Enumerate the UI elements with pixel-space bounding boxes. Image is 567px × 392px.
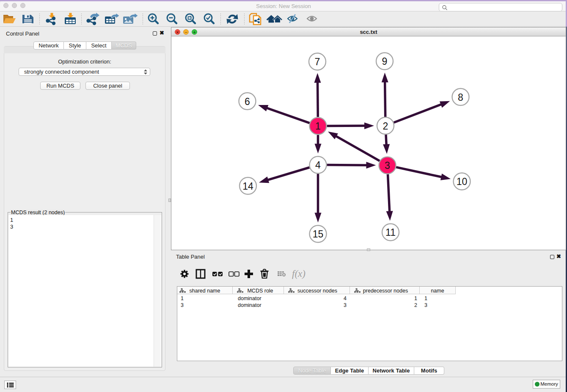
- svg-text:1: 1: [181, 295, 184, 301]
- svg-text:4: 4: [315, 160, 321, 171]
- svg-text:3: 3: [385, 160, 390, 171]
- svg-text:14: 14: [242, 181, 253, 192]
- svg-text:3: 3: [344, 302, 347, 308]
- svg-text:11: 11: [385, 227, 396, 238]
- svg-text:dominator: dominator: [238, 295, 261, 301]
- svg-text:3: 3: [181, 302, 184, 308]
- svg-text:MCDS role: MCDS role: [247, 288, 273, 294]
- svg-text:2: 2: [414, 302, 417, 308]
- svg-text:9: 9: [382, 56, 388, 67]
- svg-text:shared name: shared name: [190, 288, 220, 294]
- svg-text:3: 3: [424, 302, 427, 308]
- svg-text:1: 1: [414, 295, 417, 301]
- svg-text:name: name: [431, 288, 444, 294]
- svg-text:2: 2: [383, 121, 388, 132]
- svg-text:1: 1: [424, 295, 427, 301]
- svg-text:4: 4: [344, 295, 347, 301]
- svg-text:7: 7: [315, 56, 320, 67]
- svg-text:1: 1: [315, 121, 321, 132]
- svg-text:predecessor nodes: predecessor nodes: [363, 288, 408, 294]
- svg-text:f(x): f(x): [292, 268, 306, 279]
- svg-text:8: 8: [458, 92, 463, 103]
- svg-text:successor nodes: successor nodes: [297, 288, 337, 294]
- svg-text:15: 15: [313, 229, 324, 240]
- svg-text:dominator: dominator: [238, 302, 261, 308]
- svg-text:10: 10: [457, 176, 468, 187]
- svg-text:6: 6: [245, 96, 250, 107]
